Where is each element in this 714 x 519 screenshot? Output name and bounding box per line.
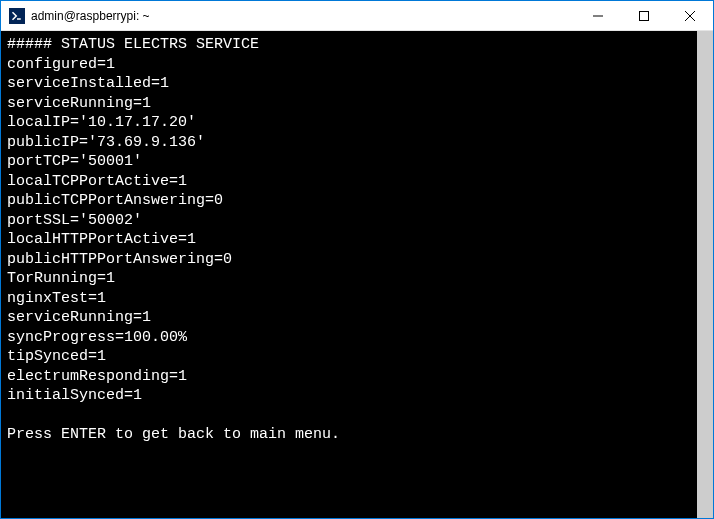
terminal-line: portTCP='50001' — [7, 152, 691, 172]
terminal-line: TorRunning=1 — [7, 269, 691, 289]
powershell-icon — [9, 8, 25, 24]
terminal-line: serviceRunning=1 — [7, 94, 691, 114]
terminal-line: serviceInstalled=1 — [7, 74, 691, 94]
terminal-line: localHTTPPortActive=1 — [7, 230, 691, 250]
close-icon — [685, 11, 695, 21]
terminal-line — [7, 406, 691, 426]
minimize-button[interactable] — [575, 1, 621, 30]
terminal-container: ##### STATUS ELECTRS SERVICEconfigured=1… — [1, 31, 713, 518]
terminal-line: nginxTest=1 — [7, 289, 691, 309]
terminal-line: localTCPPortActive=1 — [7, 172, 691, 192]
window-titlebar: admin@raspberrypi: ~ — [1, 1, 713, 31]
terminal-line: publicHTTPPortAnswering=0 — [7, 250, 691, 270]
terminal-line: publicTCPPortAnswering=0 — [7, 191, 691, 211]
terminal-output[interactable]: ##### STATUS ELECTRS SERVICEconfigured=1… — [1, 31, 697, 518]
terminal-line: tipSynced=1 — [7, 347, 691, 367]
terminal-line: configured=1 — [7, 55, 691, 75]
terminal-line: portSSL='50002' — [7, 211, 691, 231]
maximize-icon — [639, 11, 649, 21]
window-title: admin@raspberrypi: ~ — [31, 9, 575, 23]
terminal-line: syncProgress=100.00% — [7, 328, 691, 348]
svg-rect-0 — [640, 11, 649, 20]
terminal-line: localIP='10.17.17.20' — [7, 113, 691, 133]
terminal-line: publicIP='73.69.9.136' — [7, 133, 691, 153]
terminal-line: ##### STATUS ELECTRS SERVICE — [7, 35, 691, 55]
terminal-line: electrumResponding=1 — [7, 367, 691, 387]
vertical-scrollbar[interactable] — [697, 31, 713, 518]
window-controls — [575, 1, 713, 30]
terminal-line: serviceRunning=1 — [7, 308, 691, 328]
close-button[interactable] — [667, 1, 713, 30]
minimize-icon — [593, 11, 603, 21]
scrollbar-thumb[interactable] — [697, 31, 713, 518]
terminal-line: initialSynced=1 — [7, 386, 691, 406]
terminal-line: Press ENTER to get back to main menu. — [7, 425, 691, 445]
maximize-button[interactable] — [621, 1, 667, 30]
